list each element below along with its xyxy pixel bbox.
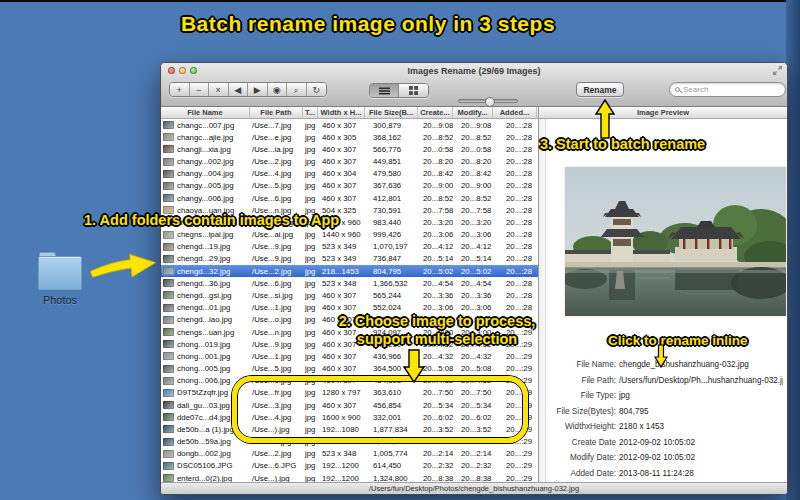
column-header[interactable]: Width x H... <box>318 107 365 118</box>
file-name: chengd...gsi.jpg <box>177 291 232 300</box>
table-row[interactable]: changc...007.jpg/Use...7.jpgjpg460 x 307… <box>161 119 538 131</box>
column-header[interactable]: File Path <box>250 107 303 118</box>
file-name: D9T5tZzqfr.jpg <box>177 388 228 397</box>
toolbar-add-button[interactable]: + <box>170 83 190 96</box>
detail-row[interactable]: File Type:jpg <box>539 388 783 404</box>
toolbar-back-button[interactable]: ◀ <box>229 83 249 96</box>
toolbar-magnifier-button[interactable]: ⌕ <box>287 83 307 96</box>
cell-type: jpg <box>303 364 318 373</box>
cell-type: jpg <box>303 340 318 349</box>
cell-created: 20...4:54 <box>418 279 453 288</box>
toolbar-forward-button[interactable]: ▶ <box>248 83 268 96</box>
cell-added: 20...:28 <box>493 157 537 166</box>
fullscreen-icon[interactable] <box>773 66 782 75</box>
detail-value[interactable]: chengde_bishushanzhuang-032.jpg <box>619 360 749 369</box>
cell-modified: 20...5:14 <box>453 254 493 263</box>
table-row[interactable]: changy...002.jpg/Use...2.jpgjpg460 x 307… <box>161 156 538 168</box>
folder-label[interactable]: Photos <box>26 294 94 306</box>
file-name: chong...006.jpg <box>177 376 230 385</box>
cell-added: 20...:29 <box>493 364 537 373</box>
detail-value[interactable]: 2012-09-02 10:05:02 <box>619 438 695 447</box>
table-row[interactable]: chengd...32.jpg/Use...2.jpgjpg218...1453… <box>161 265 538 277</box>
toolbar-eye-button[interactable]: ◉ <box>268 83 288 96</box>
arrow-down-icon <box>403 349 425 383</box>
cell-dims: 523 x 349 <box>318 242 365 251</box>
file-thumbnail <box>163 413 174 421</box>
toolbar-remove-button[interactable]: − <box>190 83 210 96</box>
cell-created: 20...5:14 <box>418 254 453 263</box>
slider-knob[interactable] <box>485 97 495 107</box>
list-view-button[interactable] <box>370 84 399 97</box>
table-row[interactable]: dongb...002.jpg/Use...2.jpgjpg523 x 3481… <box>161 448 538 460</box>
cell-added: 20...:28 <box>493 169 537 178</box>
file-name: changy...004.jpg <box>177 169 234 178</box>
file-thumbnail <box>163 425 174 433</box>
table-row[interactable]: chengd...36.jpg/Use...6.jpgjpg523 x 3481… <box>161 277 538 289</box>
cell-dims: 523 x 349 <box>318 254 365 263</box>
file-name: changy...006.jpg <box>177 194 234 203</box>
table-row[interactable]: DSC05106.JPG/Use...6.JPGjpg192...1200614… <box>161 460 538 472</box>
cell-dims: 460 x 307 <box>318 145 365 154</box>
table-row[interactable]: changy...006.jpg/Use...6.jpgjpg460 x 307… <box>161 192 538 204</box>
grid-view-icon <box>409 86 418 95</box>
table-row[interactable]: chong...005.jpg/Use...5.jpgjpg460 x 3073… <box>161 362 538 374</box>
detail-row[interactable]: Modify Date:2012-09-02 10:05:02 <box>539 450 783 466</box>
detail-row[interactable]: Added Date:2013-08-11 11:24:28 <box>539 466 783 482</box>
rename-button[interactable]: Rename <box>576 82 624 97</box>
cell-added: 20...:28 <box>493 194 537 203</box>
toolbar-refresh-button[interactable]: ↻ <box>307 83 327 96</box>
cell-path: /Use...2.jpg <box>250 267 303 276</box>
detail-value[interactable]: 2180 x 1453 <box>619 422 664 431</box>
photos-folder-icon[interactable] <box>38 256 82 290</box>
cell-dims: 460 x 305 <box>318 133 365 142</box>
detail-row[interactable]: File Size(Bytes):804,795 <box>539 404 783 420</box>
cell-size: 565,244 <box>365 291 418 300</box>
column-header[interactable]: File Size(B... <box>365 107 418 118</box>
table-row[interactable]: chengd...29.jpg/Use...9.jpgjpg523 x 3497… <box>161 253 538 265</box>
detail-row[interactable]: File Path:/Users/fun/Desktop/Ph...hushan… <box>539 373 783 389</box>
column-header[interactable]: Create... <box>418 107 453 118</box>
grid-view-button[interactable] <box>399 84 428 97</box>
table-row[interactable]: chengd...gsi.jpg/Use...si.jpgjpg460 x 30… <box>161 289 538 301</box>
cell-path: /Use...6.jpg <box>250 279 303 288</box>
detail-value[interactable]: jpg <box>619 391 630 400</box>
cell-dims: 460 x 307 <box>318 121 365 130</box>
column-header[interactable]: File Name <box>161 107 250 118</box>
cell-size: 1,366,532 <box>365 279 418 288</box>
table-row[interactable]: chegns...ipai.jpg/Use...ai.jpgjpg1440 x … <box>161 229 538 241</box>
detail-row[interactable]: Create Date2012-09-02 10:05:02 <box>539 435 783 451</box>
search-input[interactable] <box>683 85 773 94</box>
detail-value[interactable]: /Users/fun/Desktop/Ph...hushanzhuang-032… <box>619 376 783 385</box>
table-row[interactable]: changy...005.jpg/Use...5.jpgjpg460 x 307… <box>161 180 538 192</box>
titlebar[interactable]: Images Rename (29/69 Images) <box>161 63 787 78</box>
arrow-right-icon <box>87 249 160 286</box>
search-field[interactable] <box>669 82 786 97</box>
screen-top-strip <box>0 0 800 2</box>
column-header[interactable]: Added... <box>493 107 537 118</box>
table-row[interactable]: chong...001.jpg/Use...1.jpgjpg460 x 3074… <box>161 350 538 362</box>
column-header[interactable]: T... <box>303 107 318 118</box>
cell-path: /Use...o.jpg <box>250 315 303 324</box>
detail-value[interactable]: 804,795 <box>619 407 649 416</box>
cell-dims: 1440 x 960 <box>318 230 365 239</box>
table-row[interactable]: chengd...19.jpg/Use...9.jpgjpg523 x 3491… <box>161 241 538 253</box>
table-row[interactable]: changc...ajie.jpg/Use...e.jpgjpg460 x 30… <box>161 131 538 143</box>
file-name: chengd...19.jpg <box>177 242 230 251</box>
toolbar-close-button[interactable]: × <box>209 83 229 96</box>
table-row[interactable]: changy...004.jpg/Use...4.jpgjpg460 x 304… <box>161 168 538 180</box>
cell-size: 449,851 <box>365 157 418 166</box>
cell-size: 479,580 <box>365 169 418 178</box>
detail-value[interactable]: 2013-08-11 11:24:28 <box>619 469 694 478</box>
cell-added: 20...:29 <box>493 449 537 458</box>
cell-type: jpg <box>303 315 318 324</box>
detail-value[interactable]: 2012-09-02 10:05:02 <box>619 453 695 462</box>
column-header[interactable]: Modify... <box>453 107 493 118</box>
cell-added: 20...:29 <box>493 461 537 470</box>
file-name: chong...019.jpg <box>177 340 230 349</box>
file-thumbnail <box>163 316 174 324</box>
desktop: Photos Images Rename (29/69 Images) +−×◀… <box>0 0 800 500</box>
table-row[interactable]: changji...xia.jpg/Use...ia.jpgjpg460 x 3… <box>161 143 538 155</box>
cell-path: /Use...2.jpg <box>250 157 303 166</box>
thumbnail-zoomer-slider[interactable] <box>458 99 518 103</box>
detail-row[interactable]: WidthxHeight:2180 x 1453 <box>539 419 783 435</box>
